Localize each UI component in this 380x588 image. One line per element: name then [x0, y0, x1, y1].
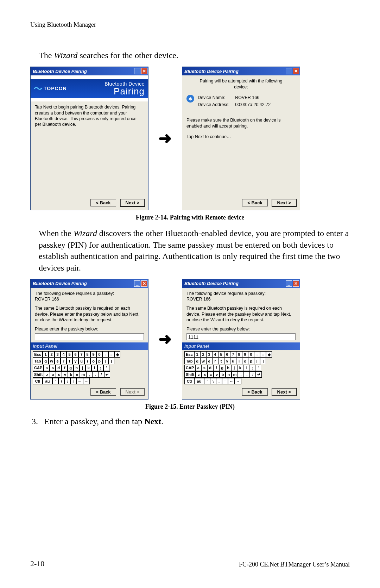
key[interactable]: ←	[76, 378, 83, 384]
key[interactable]: h	[225, 365, 231, 371]
key[interactable]: ,	[238, 371, 244, 378]
next-button[interactable]: Next >	[272, 388, 296, 396]
key[interactable]: Ctl	[184, 378, 194, 384]
key[interactable]: 0	[96, 351, 102, 358]
key[interactable]: e	[55, 358, 61, 364]
key[interactable]: f	[213, 365, 219, 371]
key[interactable]: g	[68, 365, 74, 371]
key[interactable]: c	[208, 371, 214, 378]
back-button[interactable]: < Back	[90, 388, 116, 396]
minimize-icon[interactable]: _	[286, 68, 292, 74]
key[interactable]: 5	[218, 351, 224, 358]
key[interactable]: c	[56, 371, 62, 378]
key[interactable]: 8	[236, 351, 242, 358]
key[interactable]: `	[204, 378, 210, 384]
key[interactable]: =	[260, 351, 266, 358]
close-icon[interactable]: ✕	[141, 68, 147, 74]
key[interactable]: x	[50, 371, 56, 378]
key[interactable]: a	[195, 365, 201, 371]
key[interactable]: Shift	[184, 371, 196, 378]
key[interactable]: =	[108, 351, 114, 358]
key[interactable]: r	[212, 358, 218, 364]
key[interactable]: 0	[248, 351, 254, 358]
key[interactable]: ;	[249, 365, 255, 371]
key[interactable]: 9	[90, 351, 96, 358]
key[interactable]: Ctl	[33, 378, 43, 384]
key[interactable]: m	[232, 371, 238, 378]
key[interactable]: 1	[194, 351, 200, 358]
soft-keyboard[interactable]: Esc1234567890-=◆Tabqwertyuiop[]CAPasdfgh…	[31, 350, 148, 385]
key[interactable]: .	[92, 371, 98, 378]
next-button[interactable]: Next >	[120, 199, 145, 206]
key[interactable]: Esc	[184, 351, 194, 358]
key[interactable]: f	[62, 365, 68, 371]
key[interactable]: áü	[43, 378, 52, 384]
next-button[interactable]: Next >	[272, 199, 296, 206]
key[interactable]: l	[243, 365, 249, 371]
close-icon[interactable]: ✕	[293, 280, 299, 287]
key[interactable]: n	[226, 371, 232, 378]
key[interactable]: ←	[228, 378, 235, 384]
key[interactable]: u	[78, 358, 84, 364]
key[interactable]: 6	[72, 351, 78, 358]
key[interactable]: CAP	[33, 365, 44, 371]
key[interactable]: ↓	[216, 378, 222, 384]
back-button[interactable]: < Back	[242, 199, 267, 206]
key[interactable]: l	[91, 365, 97, 371]
minimize-icon[interactable]: _	[134, 280, 140, 287]
key[interactable]: Tab	[33, 358, 43, 364]
key[interactable]: 1	[43, 351, 49, 358]
key[interactable]: k	[237, 365, 243, 371]
key[interactable]: '	[255, 365, 261, 371]
key[interactable]: t	[66, 358, 72, 364]
key[interactable]: Tab	[184, 358, 194, 364]
key[interactable]: z	[196, 371, 202, 378]
key[interactable]: j	[231, 365, 237, 371]
key[interactable]: 3	[206, 351, 212, 358]
key[interactable]: Esc	[33, 351, 43, 358]
key[interactable]: n	[74, 371, 80, 378]
key[interactable]: s	[201, 365, 207, 371]
key[interactable]: o	[242, 358, 248, 364]
key[interactable]: v	[62, 371, 68, 378]
key[interactable]: q	[194, 358, 200, 364]
key[interactable]: áü	[194, 378, 204, 384]
key[interactable]: p	[248, 358, 254, 364]
passkey-input[interactable]	[186, 333, 296, 340]
key[interactable]: ↑	[70, 378, 76, 384]
key[interactable]: 7	[230, 351, 236, 358]
key[interactable]: ◆	[266, 351, 272, 358]
key[interactable]: 5	[66, 351, 72, 358]
key[interactable]: y	[72, 358, 78, 364]
back-button[interactable]: < Back	[242, 388, 267, 396]
key[interactable]: 9	[242, 351, 248, 358]
soft-keyboard[interactable]: Esc1234567890-=◆Tabqwertyuiop[]CAPasdfgh…	[182, 350, 300, 385]
back-button[interactable]: < Back	[90, 199, 116, 206]
key[interactable]: ,	[86, 371, 92, 378]
key[interactable]: 6	[224, 351, 230, 358]
key[interactable]: v	[214, 371, 220, 378]
key[interactable]: ◆	[114, 351, 120, 358]
close-icon[interactable]: ✕	[293, 68, 299, 74]
key[interactable]: w	[49, 358, 55, 364]
key[interactable]: u	[230, 358, 236, 364]
key[interactable]: d	[207, 365, 213, 371]
key[interactable]: p	[96, 358, 102, 364]
key[interactable]: b	[220, 371, 226, 378]
key[interactable]: z	[44, 371, 50, 378]
key[interactable]: →	[83, 378, 90, 384]
key[interactable]: CAP	[184, 365, 195, 371]
passkey-input[interactable]	[35, 333, 144, 340]
key[interactable]: 2	[200, 351, 206, 358]
key[interactable]: .	[244, 371, 250, 378]
minimize-icon[interactable]: _	[134, 68, 140, 74]
key[interactable]: b	[68, 371, 74, 378]
key[interactable]: e	[206, 358, 212, 364]
key[interactable]: \	[58, 378, 64, 384]
key[interactable]: w	[200, 358, 206, 364]
key[interactable]: `	[52, 378, 58, 384]
close-icon[interactable]: ✕	[141, 280, 147, 287]
key[interactable]: '	[103, 365, 109, 371]
key[interactable]: q	[43, 358, 49, 364]
key[interactable]: k	[86, 365, 91, 371]
